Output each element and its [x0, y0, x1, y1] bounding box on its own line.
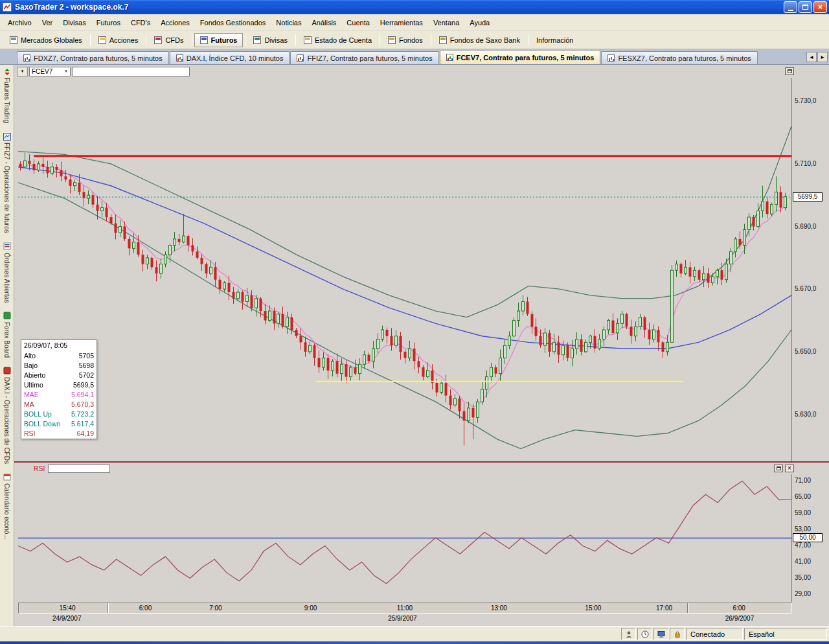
session-separator — [108, 603, 109, 613]
toolbar-button-label: Mercados Globales — [21, 36, 82, 44]
futures-icon — [200, 36, 208, 44]
toolbar-button-informacion[interactable]: Información — [530, 33, 579, 47]
maximize-icon — [802, 5, 808, 10]
close-button[interactable]: × — [813, 1, 827, 13]
chart-tab-icon — [446, 54, 453, 61]
sidebar-item-ffiz7-futuros[interactable]: FFIZ7 - Operaciones de futuros — [3, 132, 11, 233]
menu-item-ventana[interactable]: Ventana — [428, 16, 464, 29]
info-label: Abierto — [24, 371, 45, 379]
last-price-marker: 5699,5 — [793, 192, 823, 201]
menu-item-ver[interactable]: Ver — [37, 16, 58, 29]
global-markets-icon — [10, 36, 17, 44]
maximize-button[interactable] — [799, 1, 812, 13]
rsi-settings-input[interactable] — [48, 465, 110, 473]
price-chart-canvas[interactable] — [18, 78, 791, 461]
chart-list-dropdown[interactable]: ▼ — [17, 67, 28, 76]
toolbar-button-divisas[interactable]: Divisas — [247, 33, 293, 47]
rsi-axis-label: 41,00 — [795, 558, 811, 565]
tab-fcev7[interactable]: FCEV7, Contrato para futuros, 5 minutos — [440, 50, 601, 64]
sidebar-item-futures-trading[interactable]: Futures Trading — [3, 67, 11, 123]
status-clock-cell[interactable] — [637, 628, 652, 640]
info-row-rsi: RSI64,19 — [21, 429, 97, 439]
info-value: 5702 — [79, 371, 94, 379]
info-row-mae: MAE5.694,1 — [21, 390, 97, 400]
tab-scroll-left-icon[interactable]: ◄ — [806, 52, 817, 62]
price-axis-label: 5.730,0 — [795, 97, 816, 104]
toolbar-separator — [295, 34, 296, 46]
symbol-combo[interactable]: FCEV7 ▼ — [29, 67, 71, 76]
funds-icon — [388, 36, 396, 44]
rsi-mid-marker: 50,00 — [793, 533, 823, 542]
chart-maximize-button[interactable] — [785, 67, 794, 75]
lock-icon — [674, 630, 681, 638]
tab-scroll-right-icon[interactable]: ► — [817, 52, 828, 62]
rsi-maximize-button[interactable] — [774, 465, 783, 472]
toolbar-button-mercados-globales[interactable]: Mercados Globales — [4, 33, 88, 47]
status-user-cell[interactable] — [621, 628, 636, 640]
price-axis-label: 5.670,0 — [795, 285, 816, 292]
sidebar-item-calendario[interactable]: Calendario econó... — [3, 473, 11, 540]
window-bottom-border — [0, 641, 829, 644]
sidebar-item-forex-board[interactable]: Forex Board — [3, 312, 11, 358]
toolbar-separator — [192, 34, 192, 46]
tab-label: DAX.I, Índice CFD, 10 minutos — [187, 54, 284, 62]
toolbar-button-estado-de-cuenta[interactable]: Estado de Cuenta — [298, 33, 378, 47]
cfds-icon — [154, 36, 162, 44]
app-icon — [2, 2, 12, 12]
time-axis-bar[interactable]: 15:406:007:009:0011:0013:0015:0017:006:0… — [18, 603, 791, 614]
symbol-search-input[interactable] — [72, 67, 190, 76]
price-axis-label: 5.630,0 — [795, 411, 816, 418]
network-icon — [657, 630, 665, 638]
rsi-axis-label: 35,00 — [795, 574, 811, 581]
tab-ffiz7[interactable]: FFIZ7, Contrato para futuros, 5 minutos — [290, 51, 438, 64]
toolbar-button-acciones[interactable]: Acciones — [93, 33, 144, 47]
info-value: 5705 — [79, 352, 94, 360]
toolbar-separator — [431, 34, 431, 46]
rsi-chart-canvas[interactable] — [18, 474, 791, 603]
info-label: Ultimo — [24, 381, 43, 389]
menu-item-herramientas[interactable]: Herramientas — [375, 16, 428, 29]
toolbar-button-label: Futuros — [211, 36, 238, 44]
fx-icon — [253, 36, 261, 44]
status-lock-cell[interactable] — [670, 628, 685, 640]
info-value: 5.694,1 — [71, 391, 94, 398]
date-axis-label: 25/9/2007 — [388, 615, 417, 622]
sidebar-item-daxi-cfds[interactable]: DAX.I - Operaciones de CFDs — [3, 367, 11, 464]
menu-item-fondos-gestionados[interactable]: Fondos Gestionados — [195, 16, 271, 29]
language-selector[interactable]: Español — [744, 628, 827, 640]
tab-fesxz7[interactable]: FESXZ7, Contrato para futuros, 5 minutos — [601, 51, 757, 64]
info-row-bajo: Bajo5698 — [21, 361, 97, 371]
status-network-cell[interactable] — [653, 628, 668, 640]
menu-item-acciones[interactable]: Acciones — [155, 16, 195, 29]
menu-bar: Archivo Ver Divisas Futuros CFD's Accion… — [0, 14, 829, 31]
tab-label: FESXZ7, Contrato para futuros, 5 minutos — [618, 54, 751, 62]
tab-fdxz7[interactable]: FDXZ7, Contrato para futuros, 5 minutos — [17, 51, 169, 64]
chart-panel: ▼ FCEV7 ▼ 5699,5 5.730,05.710,05.690,05.… — [14, 65, 829, 626]
info-row-abierto: Abierto5702 — [21, 371, 97, 380]
menu-item-futuros[interactable]: Futuros — [91, 16, 126, 29]
toolbar-button-futuros[interactable]: Futuros — [194, 33, 244, 47]
sidebar-item-label: FFIZ7 - Operaciones de futuros — [3, 143, 10, 233]
rsi-axis-label: 53,00 — [795, 525, 811, 533]
menu-item-analisis[interactable]: Análisis — [306, 16, 341, 29]
rsi-axis-label: 71,00 — [795, 477, 811, 484]
toolbar-button-fondos[interactable]: Fondos — [382, 33, 429, 47]
toolbar-button-label: Fondos de Saxo Bank — [450, 36, 520, 44]
plot-axis-divider — [791, 78, 792, 603]
sidebar-item-ordenes-abiertas[interactable]: Órdenes Abiertas — [3, 242, 11, 303]
menu-item-archivo[interactable]: Archivo — [3, 16, 37, 29]
rsi-axis-label: 29,00 — [795, 590, 811, 597]
sidebar-item-label: Forex Board — [3, 322, 10, 358]
minimize-button[interactable] — [784, 1, 797, 13]
rsi-close-button[interactable]: × — [785, 465, 794, 472]
menu-item-noticias[interactable]: Noticias — [271, 16, 306, 29]
menu-item-cuenta[interactable]: Cuenta — [341, 16, 374, 29]
menu-item-cfds[interactable]: CFD's — [126, 16, 155, 29]
toolbar-button-cfds[interactable]: CFDs — [148, 33, 189, 47]
menu-item-divisas[interactable]: Divisas — [58, 16, 91, 29]
price-axis-label: 5.690,0 — [795, 223, 816, 230]
rsi-indicator-label: RSI — [34, 465, 45, 472]
toolbar-button-fondos-saxo-bank[interactable]: Fondos de Saxo Bank — [433, 33, 526, 47]
menu-item-ayuda[interactable]: Ayuda — [464, 16, 495, 29]
tab-daxi[interactable]: DAX.I, Índice CFD, 10 minutos — [170, 51, 290, 64]
